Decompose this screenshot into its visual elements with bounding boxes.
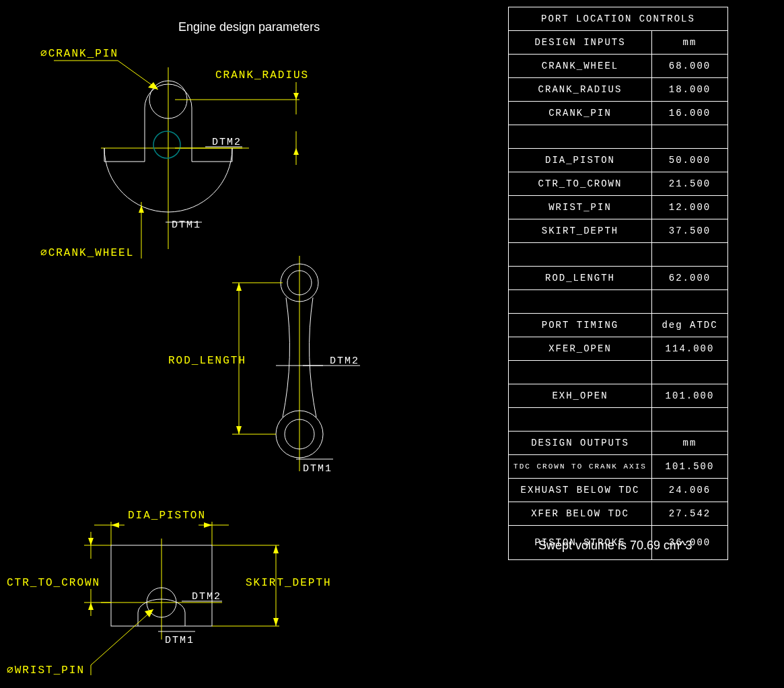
param-name: CRANK_PIN bbox=[509, 102, 652, 125]
svg-marker-47 bbox=[88, 603, 94, 610]
table-row: DIA_PISTON50.000 bbox=[509, 149, 728, 172]
param-name: CTR_TO_CROWN bbox=[509, 172, 652, 196]
param-name: XFER BELOW TDC bbox=[509, 502, 652, 526]
param-name: WRIST_PIN bbox=[509, 196, 652, 219]
page-title: Engine design parameters bbox=[178, 20, 320, 34]
svg-marker-51 bbox=[273, 545, 279, 553]
table-row: SKIRT_DEPTH37.500 bbox=[509, 219, 728, 243]
svg-marker-13 bbox=[293, 148, 299, 155]
crank-radius-label: CRANK_RADIUS bbox=[215, 69, 309, 81]
crank-pin-label: CRANK_PIN bbox=[48, 48, 118, 60]
svg-text:⌀CRANK_WHEEL: ⌀CRANK_WHEEL bbox=[40, 247, 134, 259]
param-name: EXH_OPEN bbox=[509, 384, 652, 408]
param-value: 114.000 bbox=[652, 337, 728, 361]
svg-marker-45 bbox=[88, 538, 94, 545]
dtm1-label: DTM1 bbox=[172, 219, 201, 231]
param-value: 18.000 bbox=[652, 78, 728, 102]
table-row bbox=[509, 243, 728, 267]
param-name: CRANK_RADIUS bbox=[509, 78, 652, 102]
param-name: DIA_PISTON bbox=[509, 149, 652, 172]
param-name bbox=[509, 361, 652, 384]
param-value bbox=[652, 408, 728, 432]
param-name: EXHUAST BELOW TDC bbox=[509, 479, 652, 502]
param-value bbox=[652, 125, 728, 149]
crank-wheel-label: CRANK_WHEEL bbox=[48, 247, 135, 259]
swept-volume-caption: Swept volume is 70.69 cm^3 bbox=[538, 539, 692, 553]
table-row: DESIGN OUTPUTSmm bbox=[509, 432, 728, 455]
param-value: 68.000 bbox=[652, 55, 728, 78]
param-value: 101.500 bbox=[652, 455, 728, 479]
svg-marker-52 bbox=[273, 618, 279, 626]
param-value bbox=[652, 290, 728, 314]
piston-drawing: DIA_PISTON CTR_TO_CROWN SKIRT_DEPTH DTM2… bbox=[7, 505, 384, 687]
table-row bbox=[509, 290, 728, 314]
rod-dtm1: DTM1 bbox=[303, 463, 332, 475]
piston-dtm1: DTM1 bbox=[165, 635, 194, 646]
table-row: TDC CROWN TO CRANK AXIS101.500 bbox=[509, 455, 728, 479]
ctr-to-crown-label: CTR_TO_CROWN bbox=[7, 577, 100, 589]
dia-sym: ⌀ bbox=[40, 48, 48, 60]
table-row: XFER_OPEN114.000 bbox=[509, 337, 728, 361]
param-value: 37.500 bbox=[652, 219, 728, 243]
param-name: TDC CROWN TO CRANK AXIS bbox=[509, 455, 652, 479]
rod-dtm2: DTM2 bbox=[330, 355, 359, 367]
table-row: EXH_OPEN101.000 bbox=[509, 384, 728, 408]
param-name: XFER_OPEN bbox=[509, 337, 652, 361]
param-name: ROD_LENGTH bbox=[509, 267, 652, 290]
param-name: PORT TIMING bbox=[509, 314, 652, 337]
svg-text:⌀CRANK_PIN: ⌀CRANK_PIN bbox=[40, 48, 118, 60]
svg-point-3 bbox=[153, 131, 180, 158]
svg-marker-28 bbox=[236, 426, 242, 434]
svg-marker-18 bbox=[139, 205, 144, 213]
table-row: ROD_LENGTH62.000 bbox=[509, 267, 728, 290]
table-row: PORT TIMINGdeg ATDC bbox=[509, 314, 728, 337]
param-value: 101.000 bbox=[652, 384, 728, 408]
cad-drawing-page: Engine design parameters ⌀CRANK_PIN CRAN… bbox=[0, 0, 784, 688]
wrist-pin-label: WRIST_PIN bbox=[15, 664, 85, 677]
rod-length-label: ROD_LENGTH bbox=[168, 355, 246, 367]
table-row: WRIST_PIN12.000 bbox=[509, 196, 728, 219]
svg-marker-27 bbox=[236, 283, 242, 291]
param-value: mm bbox=[652, 432, 728, 455]
param-name bbox=[509, 243, 652, 267]
svg-line-56 bbox=[91, 609, 153, 665]
table-row: CTR_TO_CROWN21.500 bbox=[509, 172, 728, 196]
skirt-depth-label: SKIRT_DEPTH bbox=[246, 577, 332, 589]
param-value bbox=[652, 243, 728, 267]
table-row: DESIGN INPUTSmm bbox=[509, 31, 728, 55]
svg-marker-37 bbox=[204, 522, 212, 528]
param-name: DESIGN OUTPUTS bbox=[509, 432, 652, 455]
svg-text:⌀WRIST_PIN: ⌀WRIST_PIN bbox=[7, 664, 85, 677]
param-value: 12.000 bbox=[652, 196, 728, 219]
table-header: PORT LOCATION CONTROLS bbox=[509, 7, 728, 31]
param-value bbox=[652, 361, 728, 384]
table-row bbox=[509, 361, 728, 384]
param-name bbox=[509, 290, 652, 314]
table-row bbox=[509, 408, 728, 432]
table-row: XFER BELOW TDC27.542 bbox=[509, 502, 728, 526]
table-row bbox=[509, 125, 728, 149]
param-value: 62.000 bbox=[652, 267, 728, 290]
dtm2-label: DTM2 bbox=[212, 137, 242, 148]
piston-dtm2: DTM2 bbox=[192, 591, 221, 603]
param-name: CRANK_WHEEL bbox=[509, 55, 652, 78]
param-name: SKIRT_DEPTH bbox=[509, 219, 652, 243]
svg-marker-35 bbox=[111, 522, 119, 528]
param-value: mm bbox=[652, 31, 728, 55]
table-row: CRANK_RADIUS18.000 bbox=[509, 78, 728, 102]
dia-piston-label: DIA_PISTON bbox=[128, 510, 206, 522]
param-value: deg ATDC bbox=[652, 314, 728, 337]
param-name bbox=[509, 408, 652, 432]
table-row: CRANK_PIN16.000 bbox=[509, 102, 728, 125]
param-value: 27.542 bbox=[652, 502, 728, 526]
table-row: CRANK_WHEEL68.000 bbox=[509, 55, 728, 78]
param-value: 16.000 bbox=[652, 102, 728, 125]
rod-drawing: ROD_LENGTH DTM2 DTM1 bbox=[168, 242, 451, 498]
table-row: EXHUAST BELOW TDC24.006 bbox=[509, 479, 728, 502]
param-value: 21.500 bbox=[652, 172, 728, 196]
port-location-table: PORT LOCATION CONTROLS DESIGN INPUTSmmCR… bbox=[508, 7, 728, 560]
param-name: DESIGN INPUTS bbox=[509, 31, 652, 55]
param-value: 24.006 bbox=[652, 479, 728, 502]
svg-marker-11 bbox=[293, 93, 299, 100]
param-name bbox=[509, 125, 652, 149]
